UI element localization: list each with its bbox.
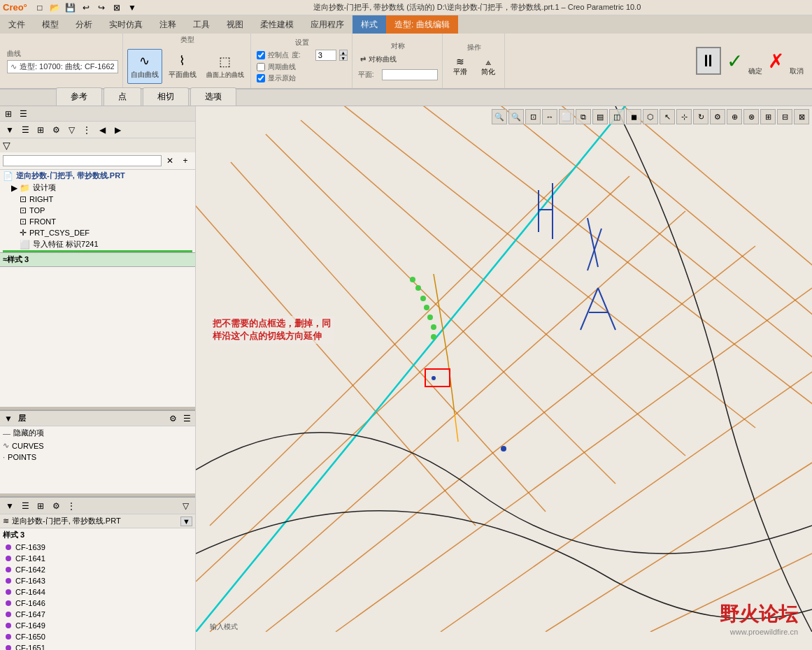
dropdown-btn[interactable]: ▼	[125, 1, 139, 15]
layer-icon[interactable]: ☰	[16, 107, 30, 121]
wireframe-btn[interactable]: ◫	[609, 109, 625, 124]
layer-points[interactable]: · POINTS	[0, 452, 195, 463]
smooth-btn[interactable]: ≋ 平滑	[448, 54, 472, 79]
ok-btn[interactable]: ✓	[727, 50, 743, 73]
pause-btn[interactable]: ⏸	[696, 47, 721, 75]
expand-btn[interactable]: ▼	[3, 123, 17, 137]
show-original-checkbox[interactable]	[257, 74, 265, 82]
filter-btn[interactable]: ▽	[64, 123, 78, 137]
curves-list-btn1[interactable]: ☰	[18, 499, 32, 513]
menu-apps[interactable]: 应用程序	[302, 15, 352, 34]
curve-item-9[interactable]: CF-1651	[0, 642, 195, 650]
search-input[interactable]	[3, 155, 162, 166]
tree-view-btn[interactable]: ⊞	[34, 123, 48, 137]
curve-item-8[interactable]: CF-1650	[0, 631, 195, 642]
settings-btn[interactable]: ⚙	[49, 123, 63, 137]
menu-annotation[interactable]: 注释	[151, 15, 185, 34]
curve-item-1[interactable]: CF-1641	[0, 553, 195, 564]
viewport[interactable]: 🔍 🔍 ⊡ ↔ ⬜ ⧉ ▤ ◫ ◼ ⬡ ↖ ⊹ ↻ ⚙ ⊕ ⊗ ⊞ ⊟ ⊠	[196, 106, 812, 650]
curve-item-7[interactable]: CF-1649	[0, 620, 195, 631]
curves-list-expand-btn[interactable]: ▼	[3, 499, 17, 513]
plane-input[interactable]	[382, 69, 438, 80]
misc-btn1[interactable]: ⊠	[110, 1, 124, 15]
tab-point[interactable]: 点	[104, 87, 141, 106]
tree-file-item[interactable]: 📄 逆向抄数-门把手, 带抄数线.PRT	[0, 170, 195, 182]
tab-tangent[interactable]: 相切	[143, 87, 189, 106]
edge-btn[interactable]: ⬡	[643, 109, 658, 124]
surface-curve-btn[interactable]: ⬚ 曲面上的曲线	[203, 49, 248, 84]
curves-source-dropdown[interactable]: ▼	[180, 517, 192, 526]
layer-hidden[interactable]: — 隐藏的项	[0, 426, 195, 440]
degree-spinner[interactable]: ▲ ▼	[339, 50, 348, 61]
curve-item-0[interactable]: CF-1639	[0, 542, 195, 553]
menu-analysis[interactable]: 分析	[67, 15, 101, 34]
menu-flex[interactable]: 柔性建模	[252, 15, 302, 34]
more4-btn[interactable]: ⊟	[777, 109, 792, 124]
tree-top-plane[interactable]: ⊡ TOP	[0, 205, 195, 216]
layer-curves[interactable]: ∿ CURVES	[0, 440, 195, 452]
curve-item-3[interactable]: CF-1643	[0, 575, 195, 586]
periodic-checkbox[interactable]	[257, 63, 265, 71]
curves-list-filter-btn[interactable]: ▽	[178, 499, 192, 513]
tree-right-plane[interactable]: ⊡ RIGHT	[0, 194, 195, 205]
rotate-btn[interactable]: ↻	[693, 109, 708, 124]
orient-btn[interactable]: ⧉	[576, 109, 591, 124]
cursor-btn[interactable]: ↖	[660, 109, 675, 124]
curve-item-2[interactable]: CF-1642	[0, 564, 195, 575]
config-btn[interactable]: ⚙	[710, 109, 725, 124]
undo-btn[interactable]: ↩	[79, 1, 93, 15]
plane-curve-btn[interactable]: ⌇ 平面曲线	[165, 49, 200, 84]
menu-curve-edit[interactable]: 造型: 曲线编辑	[386, 15, 458, 34]
search-add-btn[interactable]: +	[178, 154, 192, 168]
curve-item-6[interactable]: CF-1647	[0, 609, 195, 620]
zoom-area-btn[interactable]: ⊡	[525, 109, 541, 124]
sym-axis-btn[interactable]: ⇄ 对称曲线	[358, 52, 438, 66]
tab-reference[interactable]: 参考	[56, 87, 102, 106]
free-curve-btn[interactable]: ∿ 自由曲线	[127, 49, 162, 84]
tree-csys-item[interactable]: ✛ PRT_CSYS_DEF	[0, 227, 195, 238]
tree-design-item[interactable]: ▶ 📁 设计项	[0, 182, 195, 194]
degree-input[interactable]	[315, 50, 336, 61]
menu-tools[interactable]: 工具	[185, 15, 218, 34]
curves-list-more-btn[interactable]: ⋮	[64, 499, 78, 513]
layers-tool-btn[interactable]: ☰	[180, 412, 194, 426]
tree-import-item[interactable]: ⬜ 导入特征 标识7241	[0, 238, 195, 250]
zoom-out-btn[interactable]: 🔍	[508, 109, 524, 124]
save-btn[interactable]: 💾	[64, 1, 78, 15]
layers-settings-btn[interactable]: ⚙	[166, 412, 180, 426]
more3-btn[interactable]: ⊞	[760, 109, 776, 124]
menu-style[interactable]: 样式	[352, 15, 386, 34]
tab-options[interactable]: 选项	[190, 87, 236, 106]
more-btn1[interactable]: ⋮	[80, 123, 94, 137]
search-clear-btn[interactable]: ✕	[163, 154, 177, 168]
curve-item-5[interactable]: CF-1646	[0, 598, 195, 609]
list-view-btn[interactable]: ☰	[18, 123, 32, 137]
curves-list-settings-btn[interactable]: ⚙	[49, 499, 63, 513]
zoom-in-btn[interactable]: 🔍	[492, 109, 507, 124]
view-list-btn[interactable]: ▤	[592, 109, 608, 124]
simplify-btn[interactable]: ⟁ 简化	[476, 54, 500, 79]
collapse-btn[interactable]: ◀	[95, 123, 109, 137]
curves-list-btn2[interactable]: ⊞	[34, 499, 48, 513]
new-btn[interactable]: □	[33, 1, 47, 15]
style-section[interactable]: ≈样式 3	[0, 252, 195, 267]
select-btn[interactable]: ⊹	[676, 109, 692, 124]
more5-btn[interactable]: ⊠	[794, 109, 809, 124]
pan-btn[interactable]: ↔	[542, 109, 557, 124]
quick-access-toolbar[interactable]: □ 📂 💾 ↩ ↪ ⊠ ▼	[33, 1, 139, 15]
fit-btn[interactable]: ⬜	[559, 109, 574, 124]
shading-btn[interactable]: ◼	[626, 109, 641, 124]
curve-item-4[interactable]: CF-1644	[0, 586, 195, 598]
menu-view[interactable]: 视图	[218, 15, 252, 34]
tree-front-plane[interactable]: ⊡ FRONT	[0, 216, 195, 227]
degree-up-btn[interactable]: ▲	[339, 50, 348, 55]
cancel-btn[interactable]: ✗	[768, 50, 784, 73]
open-btn[interactable]: 📂	[48, 1, 62, 15]
layers-expand-btn[interactable]: ▼	[1, 412, 15, 426]
more1-btn[interactable]: ⊕	[727, 109, 742, 124]
control-point-checkbox[interactable]	[257, 51, 265, 59]
menu-simulation[interactable]: 实时仿真	[101, 15, 151, 34]
more-btn2[interactable]: ▶	[111, 123, 124, 137]
redo-btn[interactable]: ↪	[94, 1, 108, 15]
menu-model[interactable]: 模型	[34, 15, 67, 34]
